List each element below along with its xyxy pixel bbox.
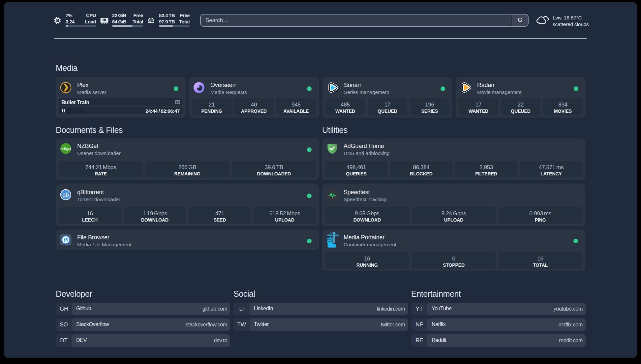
svg-text:qb: qb xyxy=(62,192,69,198)
svg-text:nzbget: nzbget xyxy=(60,147,71,151)
